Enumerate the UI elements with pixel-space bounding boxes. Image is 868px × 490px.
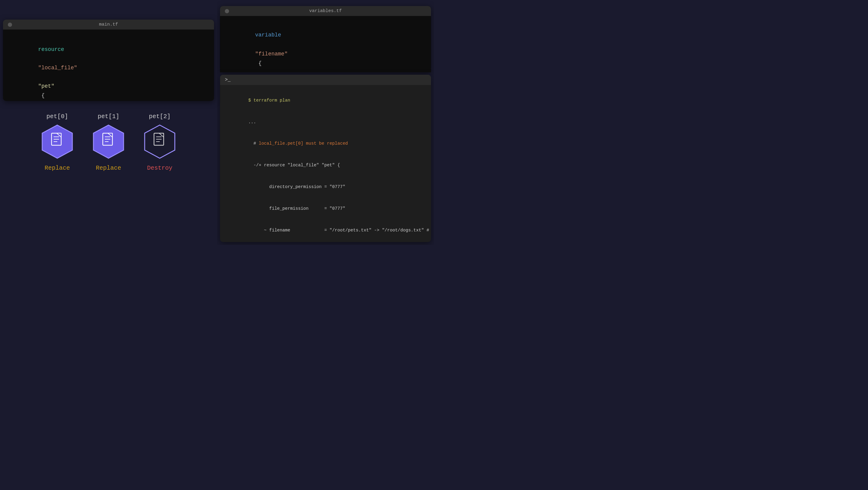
vars-tf-editor: variables.tf variable "filename" { defau… <box>220 6 431 72</box>
terminal-panel: >_ $ terraform plan ... # local_file.pet… <box>220 75 431 242</box>
terminal-prompt-icon: >_ <box>225 77 230 83</box>
hexagon-svg-0 <box>41 124 74 160</box>
term-pet0-close: } <box>227 241 424 242</box>
term-pet0-filename: ~ filename = "/root/pets.txt" -> "/root/… <box>227 220 424 241</box>
term-pet0-dir: directory_permission = "0777" <box>227 176 424 198</box>
term-pet0-perm: file_permission = "0777" <box>227 198 424 220</box>
editor-body-main: resource "local_file" "pet" { filename =… <box>3 30 214 101</box>
editor-body-vars: variable "filename" { default = [ "/root… <box>220 16 431 72</box>
term-pet0-comment: # local_file.pet[0] must be replaced <box>227 133 424 155</box>
hexagon-1 <box>92 124 125 160</box>
pet-item-2: pet[2] Destroy <box>143 113 176 172</box>
main-tf-editor: main.tf resource "local_file" "pet" { fi… <box>3 20 214 101</box>
term-pet0-resource: -/+ resource "local_file" "pet" { <box>227 155 424 176</box>
keyword-resource: resource <box>38 47 64 53</box>
editor-titlebar-vars: variables.tf <box>220 6 431 16</box>
term-dots: ... <box>227 112 424 133</box>
action-label-1: Replace <box>96 164 121 172</box>
term-command: $ terraform plan <box>227 90 424 112</box>
vars-titlebar-dot <box>225 9 229 13</box>
editor-titlebar-main: main.tf <box>3 20 214 30</box>
hexagon-0 <box>41 124 74 160</box>
diagram-section: pet[0] Replace pet[1] <box>0 107 217 245</box>
terminal-body: $ terraform plan ... # local_file.pet[0]… <box>220 85 431 242</box>
action-label-2: Destroy <box>147 164 173 172</box>
pet-label-1: pet[1] <box>98 113 119 120</box>
pet-item-0: pet[0] Replace <box>41 113 74 172</box>
pet-item-1: pet[1] Replace <box>92 113 125 172</box>
editor-title-main: main.tf <box>99 22 118 27</box>
hexagon-svg-2 <box>143 124 176 160</box>
action-label-0: Replace <box>44 164 70 172</box>
titlebar-dot <box>8 23 12 27</box>
pet-label-2: pet[2] <box>149 113 170 120</box>
pet-items-container: pet[0] Replace pet[1] <box>41 113 176 172</box>
terminal-titlebar: >_ <box>220 75 431 85</box>
editor-title-vars: variables.tf <box>309 8 342 13</box>
vars-line-1: variable "filename" { <box>229 21 422 72</box>
hexagon-svg-1 <box>92 124 125 160</box>
left-panel: main.tf resource "local_file" "pet" { fi… <box>0 0 217 245</box>
hexagon-2 <box>143 124 176 160</box>
pet-label-0: pet[0] <box>46 113 68 120</box>
right-panel: variables.tf variable "filename" { defau… <box>217 0 434 245</box>
code-line-1: resource "local_file" "pet" { <box>12 36 205 101</box>
